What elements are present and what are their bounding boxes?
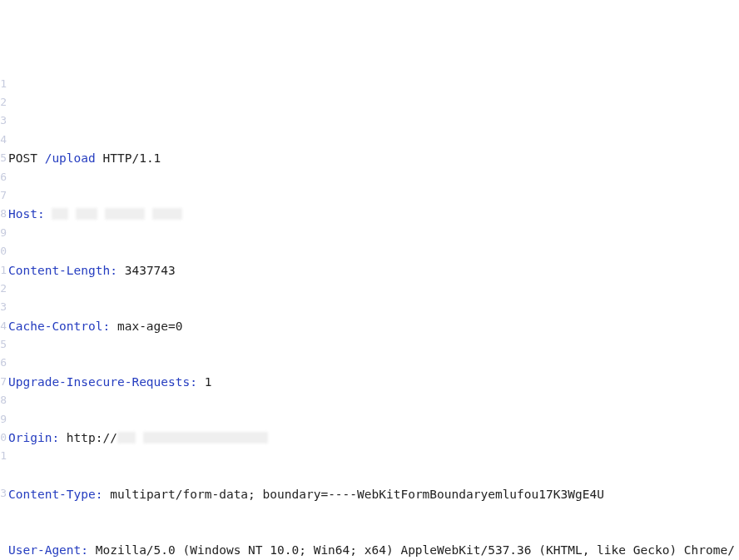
header-origin[interactable]: Origin: http://	[8, 429, 739, 447]
header-user-agent[interactable]: User-Agent: Mozilla/5.0 (Windows NT 10.0…	[8, 541, 739, 560]
header-content-length[interactable]: Content-Length: 3437743	[8, 261, 739, 280]
header-content-type[interactable]: Content-Type: multipart/form-data; bound…	[8, 485, 739, 503]
header-cache-control[interactable]: Cache-Control: max-age=0	[8, 317, 739, 335]
header-host[interactable]: Host:	[8, 205, 739, 223]
request-line[interactable]: POST /upload HTTP/1.1	[8, 149, 739, 167]
header-upgrade-insecure[interactable]: Upgrade-Insecure-Requests: 1	[8, 373, 739, 391]
http-request-view: 1234567890123456789013 POST /upload HTTP…	[0, 75, 739, 560]
line-gutter: 1234567890123456789013	[0, 75, 7, 560]
